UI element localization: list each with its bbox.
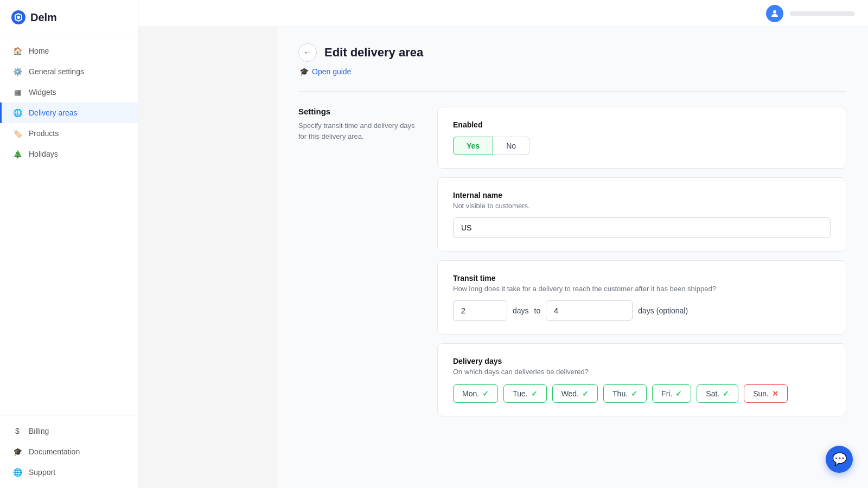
day-button-thu[interactable]: Thu.✓ (603, 384, 647, 403)
calendar-icon: 🎄 (12, 149, 22, 159)
settings-row: Settings Specify transit time and delive… (298, 107, 846, 416)
sidebar-item-general-settings-label: General settings (29, 67, 84, 76)
sidebar-item-widgets-label: Widgets (29, 88, 56, 97)
transit-min-unit: days (513, 306, 529, 315)
dollar-icon: $ (12, 426, 22, 436)
page-title: Edit delivery area (324, 46, 423, 60)
sidebar-item-support[interactable]: 🌐 Support (0, 462, 138, 483)
globe-icon: 🌐 (12, 108, 22, 118)
days-grid: Mon.✓Tue.✓Wed.✓Thu.✓Fri.✓Sat.✓Sun.✕ (453, 384, 831, 403)
day-button-sun[interactable]: Sun.✕ (744, 384, 788, 403)
enabled-card: Enabled Yes No (437, 107, 846, 169)
check-icon: ✓ (582, 389, 589, 398)
day-label: Sat. (706, 389, 719, 398)
sidebar-item-delivery-areas-label: Delivery areas (29, 108, 77, 117)
sidebar: Delm 🏠 Home ⚙️ General settings ▦ Widget… (0, 0, 138, 488)
tag-icon: 🏷️ (12, 129, 22, 138)
delm-logo-icon (11, 10, 26, 25)
settings-section-title: Settings (298, 107, 418, 116)
book-icon: 🎓 (12, 447, 22, 457)
sidebar-item-billing[interactable]: $ Billing (0, 421, 138, 441)
guide-icon: 🎓 (299, 67, 309, 76)
enabled-toggle-group: Yes No (453, 137, 831, 155)
page-header: ← Edit delivery area (298, 43, 846, 62)
transit-separator: to (534, 306, 541, 315)
delivery-days-card: Delivery days On which days can deliveri… (437, 343, 846, 416)
topbar-status-bar (790, 11, 855, 16)
day-label: Thu. (612, 389, 628, 398)
day-button-mon[interactable]: Mon.✓ (453, 384, 498, 403)
enabled-label: Enabled (453, 120, 831, 129)
day-label: Sun. (753, 389, 769, 398)
transit-time-card: Transit time How long does it take for a… (437, 260, 846, 335)
day-button-fri[interactable]: Fri.✓ (652, 384, 691, 403)
check-icon: ✓ (723, 389, 729, 398)
transit-time-row: days to days (optional) (453, 300, 831, 321)
topbar (138, 0, 868, 27)
sidebar-item-widgets[interactable]: ▦ Widgets (0, 82, 138, 102)
svg-point-2 (773, 10, 776, 14)
sidebar-item-support-label: Support (29, 468, 55, 477)
day-label: Wed. (561, 389, 579, 398)
delivery-days-label: Delivery days (453, 357, 831, 365)
gear-icon: ⚙️ (12, 67, 22, 76)
open-guide-link[interactable]: 🎓 Open guide (299, 67, 846, 76)
widgets-icon: ▦ (12, 87, 22, 97)
transit-time-desc: How long does it take for a delivery to … (453, 285, 831, 293)
delivery-days-desc: On which days can deliveries be delivere… (453, 368, 831, 376)
day-label: Tue. (513, 389, 528, 398)
sidebar-item-home[interactable]: 🏠 Home (0, 41, 138, 61)
sidebar-item-products-label: Products (29, 129, 59, 138)
day-button-wed[interactable]: Wed.✓ (552, 384, 598, 403)
check-icon: ✓ (675, 389, 682, 398)
back-arrow-icon: ← (303, 48, 312, 57)
settings-section-label: Settings Specify transit time and delive… (298, 107, 418, 416)
sidebar-item-holidays-label: Holidays (29, 150, 58, 158)
back-button[interactable]: ← (298, 43, 317, 62)
sidebar-item-billing-label: Billing (29, 427, 49, 435)
brand-name: Delm (30, 11, 57, 24)
x-icon: ✕ (772, 389, 778, 398)
transit-min-input[interactable] (453, 300, 507, 321)
nav-section-main: 🏠 Home ⚙️ General settings ▦ Widgets 🌐 D… (0, 35, 138, 415)
support-icon: 🌐 (12, 467, 22, 477)
transit-max-input[interactable] (546, 300, 633, 321)
svg-point-1 (17, 16, 20, 19)
check-icon: ✓ (482, 389, 489, 398)
check-icon: ✓ (531, 389, 538, 398)
logo: Delm (0, 0, 138, 35)
chat-icon: 💬 (832, 452, 847, 466)
sidebar-item-documentation-label: Documentation (29, 447, 80, 456)
sidebar-item-documentation[interactable]: 🎓 Documentation (0, 441, 138, 462)
internal-name-card: Internal name Not visible to customers. (437, 177, 846, 252)
transit-time-label: Transit time (453, 274, 831, 282)
user-avatar[interactable] (766, 5, 783, 22)
open-guide-label: Open guide (312, 67, 351, 76)
transit-max-unit: days (optional) (638, 306, 688, 315)
internal-name-desc: Not visible to customers. (453, 202, 831, 210)
nav-section-bottom: $ Billing 🎓 Documentation 🌐 Support (0, 415, 138, 488)
yes-button[interactable]: Yes (453, 137, 493, 155)
header-divider (298, 91, 846, 92)
internal-name-input[interactable] (453, 217, 831, 238)
settings-section-description: Specify transit time and delivery days f… (298, 120, 418, 142)
sidebar-item-products[interactable]: 🏷️ Products (0, 123, 138, 144)
sidebar-item-delivery-areas[interactable]: 🌐 Delivery areas (0, 102, 138, 123)
check-icon: ✓ (631, 389, 637, 398)
main-content: ← Edit delivery area 🎓 Open guide Settin… (277, 27, 868, 488)
internal-name-label: Internal name (453, 191, 831, 200)
sidebar-item-home-label: Home (29, 47, 49, 55)
day-label: Mon. (462, 389, 479, 398)
sidebar-item-holidays[interactable]: 🎄 Holidays (0, 144, 138, 164)
chat-button[interactable]: 💬 (826, 446, 853, 473)
no-button[interactable]: No (493, 137, 529, 155)
sidebar-item-general-settings[interactable]: ⚙️ General settings (0, 61, 138, 82)
day-button-sat[interactable]: Sat.✓ (697, 384, 738, 403)
home-icon: 🏠 (12, 46, 22, 56)
day-label: Fri. (661, 389, 672, 398)
day-button-tue[interactable]: Tue.✓ (503, 384, 547, 403)
